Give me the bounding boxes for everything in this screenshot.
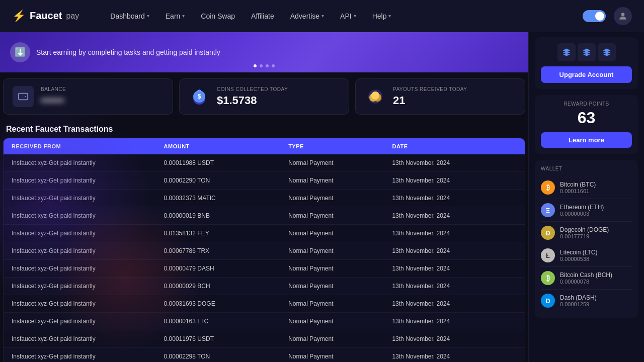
table-row: Insfaucet.xyz-Get paid instantly 0.00002…	[4, 172, 525, 190]
wallet-item[interactable]: Ł Litecoin (LTC) 0.00000538	[541, 244, 632, 267]
cell-type: Normal Payment	[288, 159, 392, 166]
svg-point-8	[371, 92, 379, 100]
crypto-icon: D	[541, 294, 555, 308]
cell-date: 13th November, 2024	[392, 247, 517, 254]
coins-icon: $	[189, 86, 210, 107]
cell-date: 13th November, 2024	[392, 177, 517, 184]
wallet-title: WALLET	[541, 166, 632, 171]
logo-text: Faucet	[30, 10, 62, 22]
upgrade-icon-1	[557, 43, 576, 61]
table-row: Insfaucet.xyz-Get paid instantly 0.00067…	[4, 242, 525, 260]
upgrade-button[interactable]: Upgrade Account	[541, 66, 632, 83]
svg-text:$: $	[198, 93, 201, 100]
crypto-icon: ₿	[541, 271, 555, 285]
crypto-icon: ₿	[541, 180, 555, 195]
banner-dot[interactable]	[254, 64, 257, 67]
stats-row: BALANCE •••••• $ COINS COLLECTED TODAY	[0, 72, 528, 121]
balance-value: ••••••	[41, 94, 66, 107]
nav-item-coinswap[interactable]: Coin Swap	[194, 8, 242, 24]
balance-card: BALANCE ••••••	[3, 78, 173, 115]
banner-dot[interactable]	[266, 64, 269, 67]
wallet-balance: 0.00001259	[560, 301, 597, 307]
wallet-info: Bitcoin (BTC) 0.00011601	[560, 181, 596, 194]
table-body: Insfaucet.xyz-Get paid instantly 0.00011…	[4, 154, 525, 362]
reward-label: REWARD POINTS	[541, 101, 632, 107]
table-row: Insfaucet.xyz-Get paid instantly 0.00011…	[4, 330, 525, 348]
nav-item-dashboard[interactable]: Dashboard ▾	[103, 8, 156, 24]
cell-amount: 0.00000019 BNB	[164, 212, 289, 219]
cell-amount: 0.00032373 MATIC	[164, 195, 289, 202]
cell-amount: 0.01358132 FEY	[164, 230, 289, 237]
col-header-type: TYPE	[288, 143, 392, 149]
coins-value: $1.5738	[217, 94, 288, 107]
cell-date: 13th November, 2024	[392, 195, 517, 202]
logo[interactable]: ⚡ Faucetpay	[12, 10, 79, 23]
coins-content: COINS COLLECTED TODAY $1.5738	[217, 86, 288, 107]
chevron-down-icon: ▾	[388, 13, 391, 19]
wallet-item[interactable]: D Dash (DASH) 0.00001259	[541, 290, 632, 312]
cell-amount: 0.00002290 TON	[164, 177, 289, 184]
wallet-info: Ethereum (ETH) 0.00000003	[560, 204, 604, 217]
wallet-section: WALLET ₿ Bitcoin (BTC) 0.00011601 Ξ Ethe…	[535, 160, 638, 318]
cell-amount: 0.00000029 BCH	[164, 283, 289, 290]
nav-item-affiliate[interactable]: Affiliate	[244, 8, 281, 24]
upgrade-icon-2	[578, 43, 596, 61]
coins-label: COINS COLLECTED TODAY	[217, 86, 288, 92]
wallet-item[interactable]: Ð Dogecoin (DOGE) 0.00177719	[541, 222, 632, 244]
cell-from: Insfaucet.xyz-Get paid instantly	[12, 353, 164, 360]
cell-date: 13th November, 2024	[392, 230, 517, 237]
cell-amount: 0.00031693 DOGE	[164, 300, 289, 307]
logo-pay: pay	[66, 12, 79, 21]
cell-amount: 0.00011976 USDT	[164, 335, 289, 342]
cell-from: Insfaucet.xyz-Get paid instantly	[12, 283, 164, 290]
wallet-item[interactable]: ₿ Bitcoin (BTC) 0.00011601	[541, 176, 632, 199]
table-row: Insfaucet.xyz-Get paid instantly 0.00031…	[4, 295, 525, 313]
table-row: Insfaucet.xyz-Get paid instantly 0.00000…	[4, 313, 525, 330]
avatar[interactable]	[614, 7, 632, 25]
nav-item-api[interactable]: API ▾	[333, 8, 363, 24]
balance-icon	[13, 86, 34, 107]
main-layout: ⬇️ Start earning by completing tasks and…	[0, 32, 644, 362]
cell-type: Normal Payment	[288, 318, 392, 325]
wallet-name: Dogecoin (DOGE)	[560, 226, 609, 233]
coins-card: $ COINS COLLECTED TODAY $1.5738	[179, 78, 349, 115]
table-row: Insfaucet.xyz-Get paid instantly 0.00002…	[4, 348, 525, 362]
nav-item-help[interactable]: Help ▾	[365, 8, 398, 24]
reward-value: 63	[541, 109, 632, 127]
col-header-from: RECEIVED FROM	[12, 143, 164, 149]
crypto-icon: Ð	[541, 226, 555, 240]
cell-amount: 0.00011988 USDT	[164, 159, 289, 166]
theme-toggle[interactable]	[583, 10, 606, 22]
table-row: Insfaucet.xyz-Get paid instantly 0.01358…	[4, 225, 525, 242]
cell-from: Insfaucet.xyz-Get paid instantly	[12, 300, 164, 307]
cell-from: Insfaucet.xyz-Get paid instantly	[12, 230, 164, 237]
table-row: Insfaucet.xyz-Get paid instantly 0.00000…	[4, 207, 525, 225]
table-header: RECEIVED FROM AMOUNT TYPE DATE	[4, 138, 525, 154]
learn-more-button[interactable]: Learn more	[541, 132, 632, 148]
banner-dots	[254, 64, 275, 67]
nav-item-earn[interactable]: Earn ▾	[158, 8, 192, 24]
wallet-item[interactable]: ₿ Bitcoin Cash (BCH) 0.00000078	[541, 267, 632, 290]
wallet-name: Bitcoin (BTC)	[560, 181, 596, 188]
upgrade-card: Upgrade Account	[535, 37, 638, 89]
cell-date: 13th November, 2024	[392, 283, 517, 290]
cell-from: Insfaucet.xyz-Get paid instantly	[12, 195, 164, 202]
banner-dot[interactable]	[260, 64, 263, 67]
cell-type: Normal Payment	[288, 300, 392, 307]
balance-content: BALANCE ••••••	[41, 86, 66, 107]
cell-date: 13th November, 2024	[392, 335, 517, 342]
svg-rect-1	[19, 94, 28, 100]
upgrade-icons	[541, 43, 632, 61]
section-title: Recent Faucet Transactions	[3, 125, 525, 134]
content-area: ⬇️ Start earning by completing tasks and…	[0, 32, 528, 362]
cell-type: Normal Payment	[288, 247, 392, 254]
wallet-name: Dash (DASH)	[560, 294, 597, 301]
wallet-item[interactable]: Ξ Ethereum (ETH) 0.00000003	[541, 199, 632, 222]
cell-amount: 0.00000479 DASH	[164, 265, 289, 272]
nav-item-advertise[interactable]: Advertise ▾	[283, 8, 331, 24]
wallet-name: Ethereum (ETH)	[560, 204, 604, 211]
payouts-label: PAYOUTS RECEIVED TODAY	[393, 86, 467, 92]
cell-date: 13th November, 2024	[392, 318, 517, 325]
banner-dot[interactable]	[272, 64, 275, 67]
banner-icon: ⬇️	[10, 42, 30, 62]
